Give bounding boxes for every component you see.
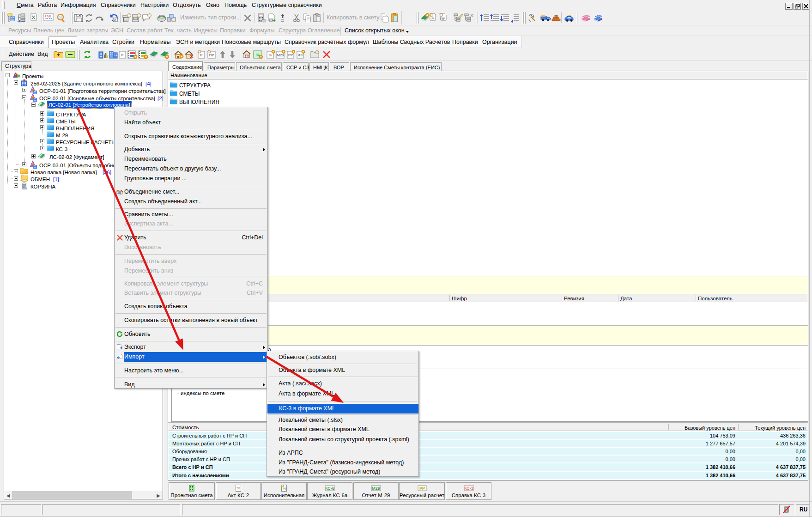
svg-text:%: %	[269, 53, 272, 57]
svg-text:ФЗ: ФЗ	[298, 53, 303, 57]
svg-text:Р: Р	[121, 53, 123, 57]
svg-text:%: %	[256, 53, 260, 57]
svg-text:Р: Р	[200, 53, 202, 57]
svg-text:%: %	[283, 487, 286, 491]
svg-text:ПР: ПР	[209, 53, 214, 57]
svg-text:М29: М29	[372, 486, 380, 491]
svg-text:PDF: PDF	[45, 14, 52, 18]
svg-text:КС-6: КС-6	[325, 486, 334, 491]
svg-text:ПР: ПР	[441, 17, 445, 21]
svg-text:Р: Р	[431, 17, 434, 21]
svg-text:КС-3: КС-3	[464, 486, 473, 491]
svg-text:РР: РР	[288, 53, 293, 57]
svg-text:М29: М29	[277, 53, 284, 57]
svg-text:%: %	[236, 486, 240, 490]
svg-text:РР: РР	[419, 486, 424, 491]
